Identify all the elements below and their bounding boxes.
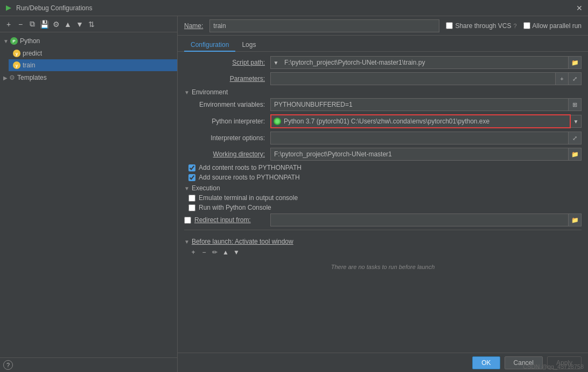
- before-launch-remove-btn[interactable]: −: [199, 247, 209, 257]
- predict-icon: y: [13, 50, 20, 57]
- tab-logs[interactable]: Logs: [235, 39, 262, 52]
- script-type-dropdown[interactable]: ▼: [270, 56, 281, 69]
- allow-parallel-row: Allow parallel run: [523, 22, 582, 30]
- parameters-row: Parameters: + ⤢: [184, 72, 582, 85]
- main-container: + − ⧉ 💾 ⚙ ▲ ▼ ⇅ ▼ P Python y predict: [0, 16, 588, 372]
- interpreter-options-label: Interpreter options:: [184, 134, 270, 142]
- move-up-button[interactable]: ▲: [62, 19, 73, 30]
- share-vcs-checkbox[interactable]: [446, 22, 453, 29]
- redirect-checkbox-container: Redirect input from:: [184, 216, 270, 224]
- name-label: Name:: [184, 22, 203, 30]
- interpreter-options-input[interactable]: [270, 132, 569, 144]
- before-launch-up-btn[interactable]: ▲: [221, 247, 230, 257]
- before-launch-down-btn[interactable]: ▼: [232, 247, 241, 257]
- parameters-input[interactable]: [270, 72, 556, 85]
- python-chevron: ▼: [3, 38, 9, 44]
- add-source-roots-row: Add source roots to PYTHONPATH: [184, 174, 582, 181]
- script-path-row: Script path: ▼ 📁: [184, 56, 582, 69]
- run-with-python-console-checkbox[interactable]: [188, 204, 195, 211]
- python-children: y predict y train: [0, 47, 177, 71]
- redirect-input-browse-btn[interactable]: 📁: [569, 213, 582, 226]
- close-button[interactable]: ✕: [575, 4, 584, 12]
- before-launch-header[interactable]: ▼ Before launch: Activate tool window: [184, 238, 582, 245]
- interpreter-options-row: Interpreter options: ⤢: [184, 132, 582, 144]
- script-path-input[interactable]: [281, 56, 569, 69]
- working-dir-browse-btn[interactable]: 📁: [569, 148, 582, 161]
- before-launch-edit-btn[interactable]: ✏: [210, 247, 220, 257]
- redirect-input-checkbox[interactable]: [184, 217, 191, 224]
- parameters-add-btn[interactable]: +: [556, 72, 569, 85]
- interpreter-dropdown-button[interactable]: ▼: [571, 115, 582, 128]
- execution-section-header[interactable]: ▼ Execution: [184, 184, 582, 192]
- run-with-python-console-row: Run with Python Console: [184, 204, 582, 211]
- before-launch-section: ▼ Before launch: Activate tool window + …: [184, 230, 582, 274]
- before-launch-add-btn[interactable]: +: [188, 247, 198, 257]
- predict-item[interactable]: y predict: [9, 47, 177, 59]
- emulate-terminal-row: Emulate terminal in output console: [184, 194, 582, 202]
- allow-parallel-checkbox[interactable]: [523, 22, 530, 29]
- interpreter-status-icon: [274, 118, 281, 125]
- svg-marker-0: [6, 5, 11, 11]
- redirect-input-label: Redirect input from:: [194, 216, 251, 224]
- train-item[interactable]: y train: [9, 59, 177, 71]
- working-dir-input[interactable]: [270, 148, 569, 161]
- add-config-button[interactable]: +: [3, 19, 14, 30]
- python-interpreter-row: Python interpreter: Python 3.7 (pytorch0…: [184, 114, 582, 128]
- name-input[interactable]: [209, 19, 439, 32]
- add-source-roots-label: Add source roots to PYTHONPATH: [199, 174, 300, 181]
- execution-label: Execution: [192, 184, 220, 192]
- save-config-button[interactable]: 💾: [39, 19, 50, 30]
- settings-button[interactable]: ⚙: [51, 19, 61, 30]
- title-bar: Run/Debug Configurations ✕: [0, 0, 588, 16]
- redirect-input-row: Redirect input from: 📁: [184, 213, 582, 226]
- parameters-expand-btn[interactable]: ⤢: [569, 72, 582, 85]
- env-vars-input[interactable]: [270, 98, 569, 111]
- env-vars-edit-btn[interactable]: ⊞: [569, 98, 582, 111]
- python-group[interactable]: ▼ P Python: [0, 35, 177, 47]
- environment-label: Environment: [192, 88, 228, 96]
- templates-group[interactable]: ▶ ⚙ Templates: [0, 71, 177, 84]
- add-content-roots-label: Add content roots to PYTHONPATH: [199, 164, 302, 171]
- emulate-terminal-checkbox[interactable]: [188, 195, 195, 202]
- python-group-label: Python: [20, 37, 40, 45]
- move-down-button[interactable]: ▼: [74, 19, 85, 30]
- sort-button[interactable]: ⇅: [86, 19, 97, 30]
- templates-icon: ⚙: [9, 74, 15, 81]
- templates-label: Templates: [17, 74, 47, 81]
- add-content-roots-checkbox[interactable]: [188, 164, 195, 171]
- interpreter-value: Python 3.7 (pytorch01) C:\Users\zhw\.con…: [284, 118, 568, 125]
- execution-chevron: ▼: [184, 185, 190, 191]
- script-path-container: ▼ 📁: [270, 56, 582, 69]
- interpreter-options-expand-btn[interactable]: ⤢: [569, 132, 582, 144]
- config-toolbar: + − ⧉ 💾 ⚙ ▲ ▼ ⇅: [0, 16, 177, 32]
- left-bottom: ?: [0, 357, 177, 372]
- interpreter-field[interactable]: Python 3.7 (pytorch01) C:\Users\zhw\.con…: [270, 114, 571, 128]
- tab-configuration[interactable]: Configuration: [184, 39, 235, 52]
- script-path-label: Script path:: [184, 59, 270, 66]
- remove-config-button[interactable]: −: [15, 19, 26, 30]
- train-label: train: [23, 61, 35, 69]
- python-interpreter-label: Python interpreter:: [184, 118, 270, 125]
- before-launch-label: Before launch: Activate tool window: [192, 238, 293, 245]
- env-vars-row: Environment variables: ⊞: [184, 98, 582, 111]
- help-button[interactable]: ?: [3, 360, 13, 370]
- watermark: CSDN @qq_43718758: [523, 363, 584, 370]
- ok-button[interactable]: OK: [472, 356, 500, 369]
- tabs-bar: Configuration Logs: [178, 36, 588, 52]
- env-vars-label: Environment variables:: [184, 101, 270, 108]
- add-source-roots-checkbox[interactable]: [188, 174, 195, 181]
- title-bar-text: Run/Debug Configurations: [16, 4, 575, 12]
- interpreter-options-container: ⤢: [270, 132, 582, 144]
- python-group-icon: P: [10, 37, 18, 45]
- before-launch-chevron: ▼: [184, 239, 190, 245]
- predict-label: predict: [23, 50, 42, 57]
- script-path-browse-button[interactable]: 📁: [569, 56, 582, 69]
- share-vcs-help-icon[interactable]: ?: [513, 23, 516, 29]
- working-dir-row: Working directory: 📁: [184, 148, 582, 161]
- env-vars-container: ⊞: [270, 98, 582, 111]
- run-with-python-console-label: Run with Python Console: [199, 204, 271, 211]
- environment-section-header[interactable]: ▼ Environment: [184, 88, 582, 96]
- copy-config-button[interactable]: ⧉: [27, 19, 38, 30]
- allow-parallel-label: Allow parallel run: [533, 22, 582, 30]
- redirect-input-field[interactable]: [270, 213, 569, 226]
